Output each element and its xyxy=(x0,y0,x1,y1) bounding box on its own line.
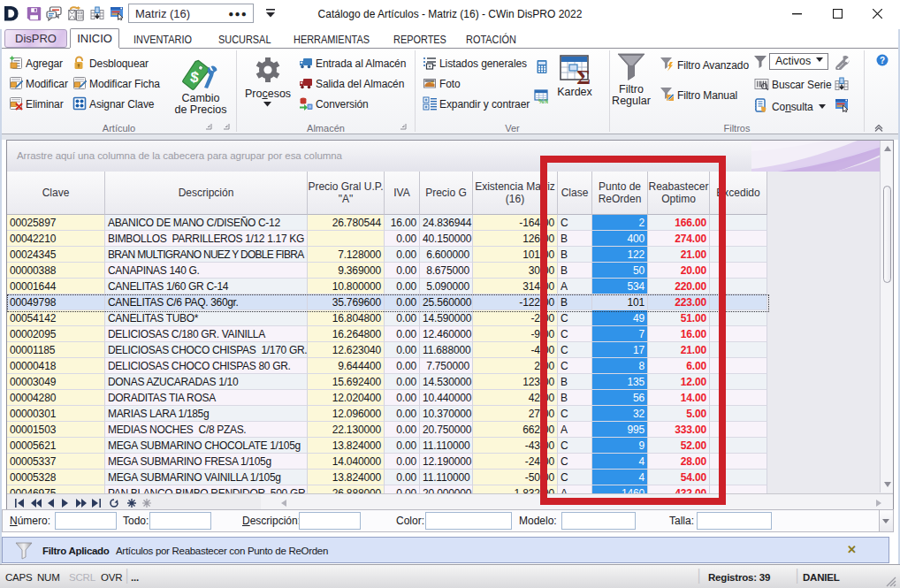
svg-text:?: ? xyxy=(880,56,885,65)
svg-text:%‰: %‰ xyxy=(538,97,548,103)
svg-text:Σ: Σ xyxy=(576,65,591,85)
